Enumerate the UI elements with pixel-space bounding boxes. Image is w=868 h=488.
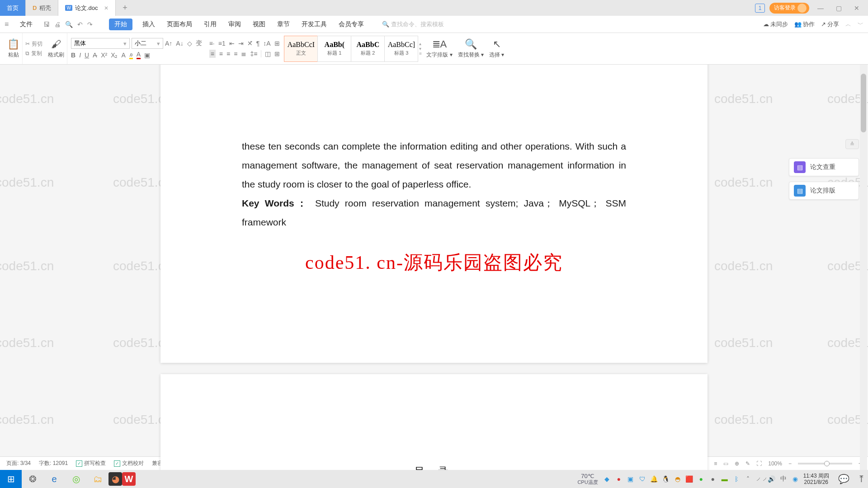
style-h2[interactable]: AaBbC标题 2 bbox=[351, 36, 385, 62]
grow-font-icon[interactable]: A↑ bbox=[165, 40, 172, 47]
align-right-icon[interactable]: ≡ bbox=[226, 50, 230, 57]
cut-button[interactable]: ✂剪切 bbox=[25, 40, 42, 48]
font-name-combo[interactable]: 黑体▾ bbox=[71, 38, 130, 49]
panel-collapse-icon[interactable]: ≙ bbox=[845, 139, 859, 149]
tab-page-layout[interactable]: 页面布局 bbox=[165, 19, 194, 30]
text-effects-icon[interactable]: A bbox=[121, 52, 125, 59]
tray-app1[interactable]: ◆ bbox=[603, 475, 612, 483]
tray-app5[interactable]: 🟥 bbox=[685, 475, 694, 483]
close-button[interactable]: ✕ bbox=[850, 5, 863, 12]
undo-icon[interactable]: ↶ bbox=[77, 21, 83, 28]
tray-app2[interactable]: ● bbox=[614, 475, 623, 483]
collapse-down-icon[interactable]: ﹀ bbox=[858, 20, 863, 28]
tab-home[interactable]: 首页 bbox=[0, 0, 26, 16]
zoom-out-icon[interactable]: − bbox=[788, 460, 792, 467]
underline-icon[interactable]: U bbox=[85, 52, 89, 59]
tray-dot[interactable]: ● bbox=[708, 475, 717, 483]
tab-daoker[interactable]: D 稻壳 bbox=[26, 0, 58, 16]
zoom-knob[interactable] bbox=[824, 461, 830, 466]
align-left-icon[interactable]: ≡ bbox=[209, 50, 216, 58]
notifications-icon[interactable]: 💬 bbox=[833, 470, 854, 488]
tab-references[interactable]: 引用 bbox=[202, 19, 218, 30]
outline-icon[interactable]: ≡ bbox=[714, 460, 717, 467]
tab-view[interactable]: 视图 bbox=[251, 19, 267, 30]
tab-insert[interactable]: 插入 bbox=[141, 19, 157, 30]
text-layout-group[interactable]: ≣A 文字排版 ▾ bbox=[424, 33, 455, 64]
tray-app6[interactable]: ● bbox=[697, 475, 706, 483]
tab-document[interactable]: W 论文.doc ✕ bbox=[58, 0, 116, 16]
share-button[interactable]: ↗分享 bbox=[821, 20, 839, 28]
tab-vip[interactable]: 会员专享 bbox=[337, 19, 366, 30]
align-center-icon[interactable]: ≡ bbox=[219, 50, 223, 57]
tray-app3[interactable]: ▣ bbox=[626, 475, 635, 483]
show-marks-icon[interactable]: ¶ bbox=[256, 40, 260, 47]
print-icon[interactable]: 🖨 bbox=[54, 21, 61, 28]
italic-icon[interactable]: I bbox=[79, 52, 81, 59]
proofread-toggle[interactable]: ✓文档校对 bbox=[114, 460, 144, 467]
indent-icon[interactable]: ⇥ bbox=[238, 40, 244, 47]
table-icon[interactable]: ⊞ bbox=[274, 50, 280, 57]
font-size-combo[interactable]: 小二▾ bbox=[132, 38, 163, 49]
collapse-up-icon[interactable]: ︿ bbox=[845, 20, 851, 28]
borders-icon[interactable]: ⊞ bbox=[274, 40, 280, 47]
numbering-icon[interactable]: ≡1 bbox=[218, 40, 226, 47]
zoom-slider[interactable] bbox=[798, 463, 852, 465]
find-replace-group[interactable]: 🔍 查找替换 ▾ bbox=[455, 33, 486, 64]
tray-shield[interactable]: 🛡 bbox=[638, 475, 647, 483]
word-count[interactable]: 字数: 12091 bbox=[39, 460, 68, 467]
save-icon[interactable]: 🖫 bbox=[43, 21, 50, 28]
weather-widget[interactable]: 70℃ CPU温度 bbox=[577, 473, 598, 485]
app-explorer[interactable]: 🗂 bbox=[87, 470, 108, 488]
bold-icon[interactable]: B bbox=[71, 52, 75, 59]
fit-icon[interactable]: ⛶ bbox=[756, 460, 762, 467]
line-spacing-icon[interactable]: ↕A bbox=[263, 40, 270, 47]
file-menu[interactable]: 文件 bbox=[16, 20, 36, 28]
tray-penguin[interactable]: 🐧 bbox=[661, 475, 670, 483]
style-body[interactable]: AaBbCcI正文 bbox=[284, 36, 318, 62]
login-button[interactable]: 访客登录 bbox=[769, 3, 809, 14]
tray-ime[interactable]: 中 bbox=[779, 475, 788, 483]
shrink-font-icon[interactable]: A↓ bbox=[176, 40, 183, 47]
select-group[interactable]: ↖ 选择 ▾ bbox=[486, 33, 507, 64]
collaborate-button[interactable]: 👥协作 bbox=[794, 20, 815, 28]
phonetic-icon[interactable]: 变 bbox=[196, 39, 202, 47]
line-height-icon[interactable]: ‡≡ bbox=[250, 50, 257, 57]
style-h3[interactable]: AaBbCc]标题 3 bbox=[384, 36, 418, 62]
scrollbar-thumb[interactable] bbox=[861, 74, 866, 132]
app-spiral[interactable]: ❂ bbox=[22, 470, 43, 488]
sort-icon[interactable]: ✕̄ bbox=[247, 40, 253, 47]
preview-icon[interactable]: 🔍 bbox=[65, 21, 73, 28]
tab-chapter[interactable]: 章节 bbox=[275, 19, 292, 30]
sync-status[interactable]: ☁未同步 bbox=[763, 20, 788, 28]
tab-start[interactable]: 开始 bbox=[109, 19, 132, 30]
highlight-icon[interactable]: ꭿ bbox=[129, 51, 133, 59]
bullets-icon[interactable]: ≡· bbox=[209, 40, 215, 47]
maximize-button[interactable]: ▢ bbox=[832, 5, 845, 12]
page-1-content[interactable]: these ten seconds can complete the infor… bbox=[242, 65, 626, 232]
tray-search[interactable]: ◉ bbox=[791, 475, 800, 483]
tray-bluetooth[interactable]: ᛒ bbox=[732, 475, 741, 483]
clear-format-icon[interactable]: ◇ bbox=[187, 40, 192, 47]
subscript-icon[interactable]: X₂ bbox=[111, 52, 118, 59]
pin-icon[interactable]: ⤒ bbox=[854, 470, 868, 488]
spell-check-toggle[interactable]: ✓拼写检查 bbox=[76, 460, 106, 467]
copy-button[interactable]: ⧉复制 bbox=[25, 50, 42, 57]
app-wps[interactable]: W bbox=[122, 472, 136, 486]
badge-1[interactable]: 1 bbox=[755, 4, 765, 13]
web-icon[interactable]: ⊕ bbox=[735, 460, 739, 467]
tab-add-button[interactable]: + bbox=[116, 0, 134, 16]
tab-dev-tools[interactable]: 开发工具 bbox=[300, 19, 329, 30]
distribute-icon[interactable]: ≣ bbox=[241, 50, 246, 57]
superscript-icon[interactable]: X² bbox=[101, 52, 107, 59]
tab-close-icon[interactable]: ✕ bbox=[104, 5, 108, 11]
tray-wifi[interactable]: ⟋⟋ bbox=[755, 475, 764, 483]
font-color-icon[interactable]: A bbox=[137, 51, 141, 59]
paper-check-button[interactable]: ▤ 论文查重 bbox=[789, 158, 859, 176]
app-ie[interactable]: e bbox=[43, 470, 65, 488]
hamburger-icon[interactable]: ≡ bbox=[5, 20, 14, 28]
shading-icon[interactable]: ◫ bbox=[265, 50, 271, 57]
minimize-button[interactable]: — bbox=[814, 5, 827, 12]
zoom-percent[interactable]: 100% bbox=[768, 460, 782, 467]
tray-bell[interactable]: 🔔 bbox=[650, 475, 659, 483]
outdent-icon[interactable]: ⇤ bbox=[229, 40, 235, 47]
